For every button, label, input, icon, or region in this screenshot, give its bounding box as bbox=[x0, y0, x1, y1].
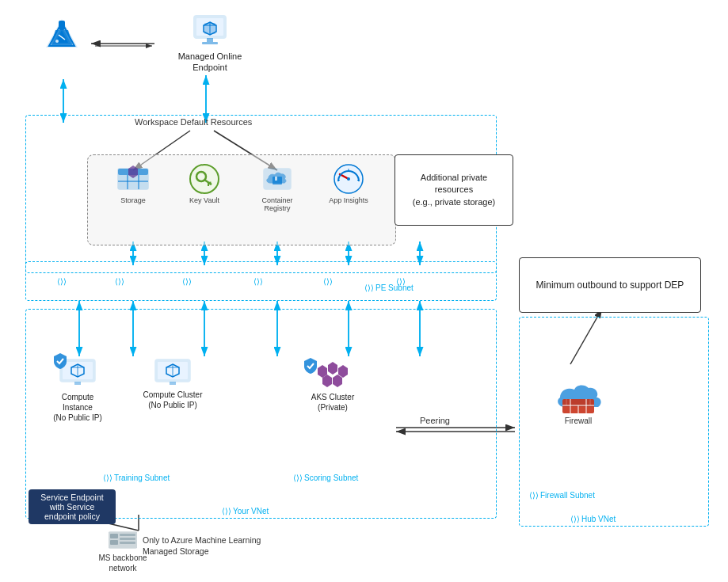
firewall-subnet-label: ⟨⟩⟩ Firewall Subnet bbox=[529, 491, 595, 500]
minimum-outbound-box: Minimum outbound to support DEP bbox=[519, 257, 701, 313]
managed-online-endpoint-label: Managed Online Endpoint bbox=[174, 51, 246, 74]
app-insights-label: App Insights bbox=[329, 196, 368, 204]
pe-subnet-label: ⟨⟩⟩ PE Subnet bbox=[364, 283, 414, 292]
managed-online-endpoint-icon: Managed Online Endpoint bbox=[174, 11, 246, 74]
svg-rect-52 bbox=[202, 42, 218, 44]
svg-rect-93 bbox=[110, 540, 118, 545]
key-vault-icon: Key Vault bbox=[181, 162, 228, 204]
firewall-icon: Firewall bbox=[543, 372, 614, 425]
storage-icon: Storage bbox=[109, 162, 157, 204]
chevron-1: ⟨⟩⟩ bbox=[57, 277, 67, 286]
svg-rect-92 bbox=[120, 538, 135, 540]
minimum-outbound-label: Minimum outbound to support DEP bbox=[536, 279, 684, 292]
compute-instance-icon: Compute Instance(No Public IP) bbox=[46, 358, 109, 423]
additional-private-resources-box: Additional privateresources(e.g., privat… bbox=[394, 154, 513, 226]
svg-rect-66 bbox=[275, 177, 277, 181]
svg-marker-88 bbox=[333, 375, 342, 387]
app-insights-icon: App Insights bbox=[325, 162, 372, 204]
key-vault-label: Key Vault bbox=[189, 196, 219, 204]
svg-rect-94 bbox=[120, 542, 135, 544]
svg-rect-77 bbox=[74, 382, 81, 385]
compute-instance-label: Compute Instance(No Public IP) bbox=[46, 392, 109, 423]
aks-cluster-icon: AKS Cluster(Private) bbox=[301, 360, 364, 413]
ms-backbone-label: MS backbonenetwork bbox=[98, 553, 147, 573]
chevron-3: ⟨⟩⟩ bbox=[182, 277, 192, 286]
workspace-default-resources-label: Workspace Default Resources bbox=[135, 117, 252, 127]
service-endpoint-box: Service Endpoint with Service endpoint p… bbox=[29, 489, 116, 524]
diagram: Managed Online Endpoint Workspace Defaul… bbox=[0, 0, 728, 582]
svg-point-71 bbox=[347, 177, 350, 181]
additional-private-resources-label: Additional privateresources(e.g., privat… bbox=[413, 172, 496, 208]
your-vnet-label: ⟨⟩⟩ Your VNet bbox=[222, 507, 269, 515]
only-to-azure-label: Only to Azure Machine Learning Managed S… bbox=[143, 535, 261, 557]
firewall-label: Firewall bbox=[565, 417, 592, 425]
svg-rect-43 bbox=[59, 21, 65, 30]
scoring-subnet-label: ⟨⟩⟩ Scoring Subnet bbox=[293, 474, 358, 482]
svg-marker-85 bbox=[328, 362, 337, 375]
chevron-2: ⟨⟩⟩ bbox=[115, 277, 124, 286]
chevron-6: ⟨⟩⟩ bbox=[396, 277, 406, 286]
training-subnet-label: ⟨⟩⟩ Training Subnet bbox=[103, 474, 170, 482]
svg-marker-86 bbox=[338, 365, 348, 378]
svg-rect-51 bbox=[207, 38, 213, 42]
peering-label: Peering bbox=[420, 416, 450, 425]
compute-cluster-label: Compute Cluster(No Public IP) bbox=[143, 390, 202, 410]
svg-point-44 bbox=[55, 40, 59, 43]
container-registry-label: ContainerRegistry bbox=[261, 196, 292, 212]
chevron-4: ⟨⟩⟩ bbox=[253, 277, 263, 286]
chevron-5: ⟨⟩⟩ bbox=[323, 277, 333, 286]
svg-rect-90 bbox=[110, 534, 118, 538]
svg-rect-83 bbox=[170, 382, 176, 385]
hub-vnet-label: ⟨⟩⟩ Hub VNet bbox=[570, 515, 616, 523]
svg-rect-91 bbox=[120, 534, 135, 536]
container-registry-icon: ContainerRegistry bbox=[253, 162, 301, 212]
aks-cluster-label: AKS Cluster(Private) bbox=[311, 392, 354, 413]
ml-studio-icon bbox=[38, 16, 86, 54]
storage-label: Storage bbox=[120, 196, 146, 204]
compute-cluster-icon: Compute Cluster(No Public IP) bbox=[141, 358, 204, 410]
